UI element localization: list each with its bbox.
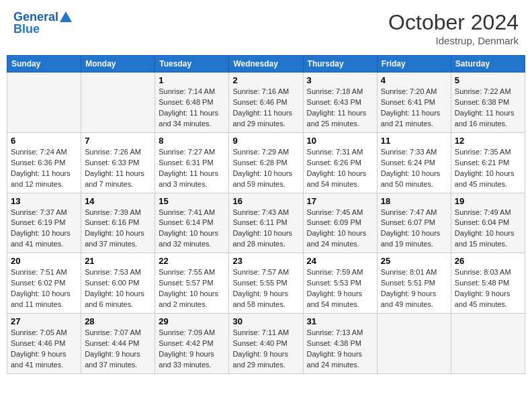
- day-number: 20: [11, 256, 77, 266]
- calendar-cell: [377, 314, 451, 374]
- calendar-cell: [451, 314, 525, 374]
- weekday-header-tuesday: Tuesday: [155, 56, 229, 73]
- calendar-week-3: 13Sunrise: 7:37 AM Sunset: 6:19 PM Dayli…: [7, 193, 525, 253]
- day-number: 12: [455, 136, 521, 146]
- calendar-week-1: 1Sunrise: 7:14 AM Sunset: 6:48 PM Daylig…: [7, 73, 525, 133]
- day-info: Sunrise: 7:24 AM Sunset: 6:36 PM Dayligh…: [11, 147, 77, 190]
- calendar-cell: 27Sunrise: 7:05 AM Sunset: 4:46 PM Dayli…: [7, 314, 81, 374]
- day-info: Sunrise: 7:26 AM Sunset: 6:33 PM Dayligh…: [85, 147, 151, 190]
- calendar-cell: 23Sunrise: 7:57 AM Sunset: 5:55 PM Dayli…: [229, 253, 303, 314]
- calendar-week-4: 20Sunrise: 7:51 AM Sunset: 6:02 PM Dayli…: [7, 253, 525, 314]
- weekday-header-saturday: Saturday: [451, 56, 525, 73]
- day-number: 21: [85, 256, 151, 266]
- calendar-cell: 4Sunrise: 7:20 AM Sunset: 6:41 PM Daylig…: [377, 73, 451, 133]
- day-info: Sunrise: 7:53 AM Sunset: 6:00 PM Dayligh…: [85, 267, 151, 310]
- day-info: Sunrise: 7:09 AM Sunset: 4:42 PM Dayligh…: [159, 328, 225, 371]
- day-info: Sunrise: 7:20 AM Sunset: 6:41 PM Dayligh…: [381, 87, 447, 130]
- day-info: Sunrise: 7:05 AM Sunset: 4:46 PM Dayligh…: [11, 328, 77, 371]
- weekday-header-sunday: Sunday: [7, 56, 81, 73]
- calendar-cell: 31Sunrise: 7:13 AM Sunset: 4:38 PM Dayli…: [303, 314, 377, 374]
- calendar-cell: 7Sunrise: 7:26 AM Sunset: 6:33 PM Daylig…: [81, 132, 155, 193]
- calendar-header: SundayMondayTuesdayWednesdayThursdayFrid…: [7, 56, 525, 73]
- calendar-cell: 5Sunrise: 7:22 AM Sunset: 6:38 PM Daylig…: [451, 73, 525, 133]
- calendar-cell: 20Sunrise: 7:51 AM Sunset: 6:02 PM Dayli…: [7, 253, 81, 314]
- day-number: 9: [232, 136, 299, 146]
- day-info: Sunrise: 7:55 AM Sunset: 5:57 PM Dayligh…: [159, 267, 225, 310]
- calendar-cell: 18Sunrise: 7:47 AM Sunset: 6:07 PM Dayli…: [377, 193, 451, 253]
- day-info: Sunrise: 7:49 AM Sunset: 6:04 PM Dayligh…: [455, 208, 521, 250]
- day-number: 30: [232, 316, 299, 326]
- day-info: Sunrise: 7:39 AM Sunset: 6:16 PM Dayligh…: [85, 208, 151, 250]
- calendar-cell: 29Sunrise: 7:09 AM Sunset: 4:42 PM Dayli…: [155, 314, 229, 374]
- weekday-header-monday: Monday: [81, 56, 155, 73]
- calendar-cell: 12Sunrise: 7:35 AM Sunset: 6:21 PM Dayli…: [451, 132, 525, 193]
- calendar-cell: 13Sunrise: 7:37 AM Sunset: 6:19 PM Dayli…: [7, 193, 81, 253]
- day-number: 16: [232, 196, 299, 206]
- day-info: Sunrise: 7:14 AM Sunset: 6:48 PM Dayligh…: [159, 87, 225, 130]
- day-number: 14: [85, 196, 151, 206]
- day-info: Sunrise: 7:13 AM Sunset: 4:38 PM Dayligh…: [307, 328, 373, 371]
- day-info: Sunrise: 7:43 AM Sunset: 6:11 PM Dayligh…: [232, 208, 299, 250]
- calendar-cell: 28Sunrise: 7:07 AM Sunset: 4:44 PM Dayli…: [81, 314, 155, 374]
- month-title: October 2024: [388, 10, 519, 35]
- calendar-cell: 10Sunrise: 7:31 AM Sunset: 6:26 PM Dayli…: [303, 132, 377, 193]
- day-info: Sunrise: 7:45 AM Sunset: 6:09 PM Dayligh…: [307, 208, 373, 250]
- day-info: Sunrise: 7:29 AM Sunset: 6:28 PM Dayligh…: [232, 147, 299, 190]
- day-number: 5: [455, 75, 521, 85]
- calendar-table: SundayMondayTuesdayWednesdayThursdayFrid…: [7, 55, 525, 374]
- calendar-cell: 8Sunrise: 7:27 AM Sunset: 6:31 PM Daylig…: [155, 132, 229, 193]
- day-info: Sunrise: 7:31 AM Sunset: 6:26 PM Dayligh…: [307, 147, 373, 190]
- day-info: Sunrise: 7:51 AM Sunset: 6:02 PM Dayligh…: [11, 267, 77, 310]
- day-info: Sunrise: 7:07 AM Sunset: 4:44 PM Dayligh…: [85, 328, 151, 371]
- calendar-cell: 11Sunrise: 7:33 AM Sunset: 6:24 PM Dayli…: [377, 132, 451, 193]
- calendar-cell: 17Sunrise: 7:45 AM Sunset: 6:09 PM Dayli…: [303, 193, 377, 253]
- day-number: 26: [455, 256, 521, 266]
- logo-blue: Blue: [13, 22, 40, 37]
- day-number: 18: [381, 196, 447, 206]
- day-number: 7: [85, 136, 151, 146]
- day-number: 15: [159, 196, 225, 206]
- calendar-cell: 26Sunrise: 8:03 AM Sunset: 5:48 PM Dayli…: [451, 253, 525, 314]
- calendar-week-2: 6Sunrise: 7:24 AM Sunset: 6:36 PM Daylig…: [7, 132, 525, 193]
- day-number: 3: [307, 75, 373, 85]
- calendar-cell: [81, 73, 155, 133]
- calendar-cell: 24Sunrise: 7:59 AM Sunset: 5:53 PM Dayli…: [303, 253, 377, 314]
- page-header: General Blue October 2024 Idestrup, Denm…: [7, 7, 525, 50]
- weekday-header-wednesday: Wednesday: [229, 56, 303, 73]
- day-info: Sunrise: 7:22 AM Sunset: 6:38 PM Dayligh…: [455, 87, 521, 130]
- day-number: 22: [159, 256, 225, 266]
- day-info: Sunrise: 7:11 AM Sunset: 4:40 PM Dayligh…: [232, 328, 299, 371]
- day-number: 2: [232, 75, 299, 85]
- day-number: 10: [307, 136, 373, 146]
- day-number: 11: [381, 136, 447, 146]
- calendar-cell: 1Sunrise: 7:14 AM Sunset: 6:48 PM Daylig…: [155, 73, 229, 133]
- day-info: Sunrise: 7:16 AM Sunset: 6:46 PM Dayligh…: [232, 87, 299, 130]
- calendar-cell: 14Sunrise: 7:39 AM Sunset: 6:16 PM Dayli…: [81, 193, 155, 253]
- svg-marker-0: [60, 11, 72, 22]
- day-number: 19: [455, 196, 521, 206]
- calendar-cell: 3Sunrise: 7:18 AM Sunset: 6:43 PM Daylig…: [303, 73, 377, 133]
- logo-icon: [58, 10, 73, 25]
- calendar-week-5: 27Sunrise: 7:05 AM Sunset: 4:46 PM Dayli…: [7, 314, 525, 374]
- calendar-cell: 19Sunrise: 7:49 AM Sunset: 6:04 PM Dayli…: [451, 193, 525, 253]
- day-number: 28: [85, 316, 151, 326]
- day-info: Sunrise: 7:57 AM Sunset: 5:55 PM Dayligh…: [232, 267, 299, 310]
- calendar-cell: 25Sunrise: 8:01 AM Sunset: 5:51 PM Dayli…: [377, 253, 451, 314]
- weekday-header-friday: Friday: [377, 56, 451, 73]
- weekday-header-row: SundayMondayTuesdayWednesdayThursdayFrid…: [7, 56, 525, 73]
- day-info: Sunrise: 7:18 AM Sunset: 6:43 PM Dayligh…: [307, 87, 373, 130]
- day-info: Sunrise: 7:47 AM Sunset: 6:07 PM Dayligh…: [381, 208, 447, 250]
- calendar-cell: 30Sunrise: 7:11 AM Sunset: 4:40 PM Dayli…: [229, 314, 303, 374]
- day-number: 25: [381, 256, 447, 266]
- location-subtitle: Idestrup, Denmark: [388, 35, 519, 46]
- day-info: Sunrise: 8:03 AM Sunset: 5:48 PM Dayligh…: [455, 267, 521, 310]
- calendar-cell: 6Sunrise: 7:24 AM Sunset: 6:36 PM Daylig…: [7, 132, 81, 193]
- day-info: Sunrise: 8:01 AM Sunset: 5:51 PM Dayligh…: [381, 267, 447, 310]
- day-number: 17: [307, 196, 373, 206]
- day-number: 23: [232, 256, 299, 266]
- calendar-cell: 16Sunrise: 7:43 AM Sunset: 6:11 PM Dayli…: [229, 193, 303, 253]
- day-number: 6: [11, 136, 77, 146]
- calendar-cell: 2Sunrise: 7:16 AM Sunset: 6:46 PM Daylig…: [229, 73, 303, 133]
- calendar-cell: [7, 73, 81, 133]
- day-number: 13: [11, 196, 77, 206]
